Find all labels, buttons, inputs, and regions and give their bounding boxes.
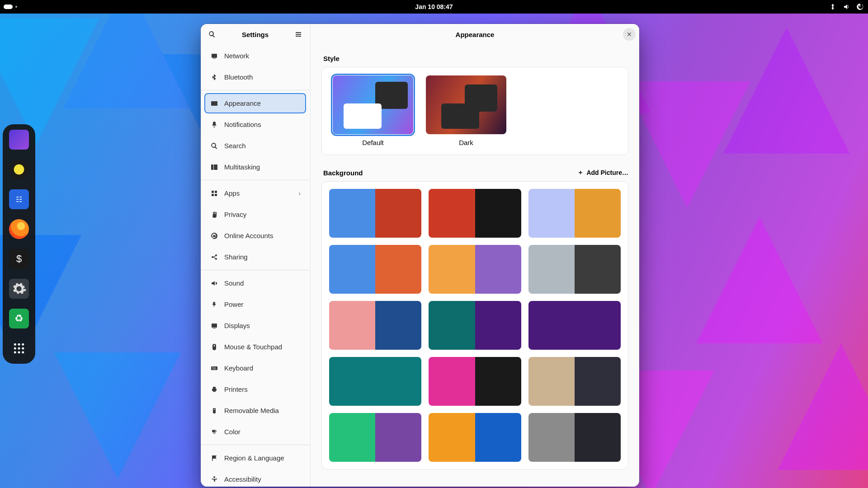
clock[interactable]: Jan 10 08:47: [415, 3, 453, 10]
sidebar-menu-button[interactable]: [291, 27, 306, 42]
sidebar-item-appearance[interactable]: Appearance: [204, 93, 306, 113]
background-tile[interactable]: [429, 413, 521, 462]
sidebar-item-label: Online Accounts: [224, 232, 273, 239]
sidebar-title: Settings: [223, 31, 287, 38]
svg-rect-29: [215, 367, 216, 368]
sidebar-item-region[interactable]: Region & Language: [204, 448, 306, 468]
sidebar-item-bluetooth[interactable]: Bluetooth: [204, 67, 306, 87]
background-tile[interactable]: [528, 301, 621, 350]
background-tile[interactable]: [429, 301, 521, 350]
sidebar-item-network[interactable]: Network: [204, 46, 306, 66]
sidebar-item-color[interactable]: Color: [204, 422, 306, 442]
dock-app-rhythmbox[interactable]: [9, 160, 29, 179]
style-card: DefaultDark: [321, 67, 628, 155]
system-status-area[interactable]: [829, 3, 863, 10]
sidebar-item-online[interactable]: Online Accounts: [204, 225, 306, 246]
background-tile[interactable]: [429, 357, 521, 406]
dock-app-show-apps[interactable]: [9, 338, 29, 358]
settings-sidebar: Settings NetworkBluetoothAppearanceNotif…: [201, 24, 310, 487]
sidebar-item-notifications[interactable]: Notifications: [204, 114, 306, 135]
sidebar-item-accessibility[interactable]: Accessibility: [204, 469, 306, 487]
svg-point-0: [14, 343, 16, 346]
background-tile[interactable]: [329, 189, 421, 238]
style-option-dark[interactable]: Dark: [426, 75, 506, 146]
svg-point-3: [14, 347, 16, 350]
flag-icon: [211, 455, 218, 462]
sidebar-item-label: Bluetooth: [224, 73, 253, 81]
style-option-default[interactable]: Default: [333, 75, 413, 146]
background-tile[interactable]: [528, 357, 621, 406]
background-tile[interactable]: [528, 413, 621, 462]
sidebar-item-displays[interactable]: Displays: [204, 315, 306, 336]
sidebar-item-label: Color: [224, 428, 241, 436]
mouse-icon: [211, 343, 218, 351]
sidebar-item-label: Network: [224, 52, 249, 60]
background-tile[interactable]: [329, 301, 421, 350]
sidebar-item-keyboard[interactable]: Keyboard: [204, 358, 306, 378]
background-tile[interactable]: [528, 189, 621, 238]
content-body[interactable]: Style DefaultDark Background ＋ Add Pictu…: [311, 45, 639, 487]
workspace-dot-icon: [15, 6, 17, 8]
sidebar-header: Settings: [201, 24, 310, 45]
sidebar-item-apps[interactable]: Apps›: [204, 183, 306, 203]
background-tile[interactable]: [429, 189, 521, 238]
background-tile[interactable]: [528, 245, 621, 294]
sidebar-search-button[interactable]: [204, 27, 220, 42]
search-icon: [211, 142, 218, 150]
svg-rect-35: [214, 409, 215, 410]
close-icon: ✕: [627, 31, 632, 38]
sidebar-item-removable[interactable]: Removable Media: [204, 400, 306, 421]
grid-icon: [211, 190, 218, 197]
background-grid: [321, 181, 628, 469]
sidebar-item-multitasking[interactable]: Multitasking: [204, 157, 306, 177]
svg-rect-11: [211, 101, 217, 106]
add-picture-button[interactable]: ＋ Add Picture…: [577, 169, 628, 177]
sidebar-item-privacy[interactable]: Privacy: [204, 204, 306, 225]
svg-rect-15: [212, 191, 214, 193]
settings-content: Appearance ✕ Style DefaultDark Backgroun…: [310, 24, 639, 487]
keyboard-icon: [211, 365, 218, 372]
chevron-right-icon: ›: [298, 190, 301, 197]
background-tile[interactable]: [329, 357, 421, 406]
sidebar-item-sound[interactable]: Sound: [204, 273, 306, 293]
hand-icon: [211, 211, 218, 218]
style-thumb: [333, 75, 413, 134]
svg-rect-10: [213, 58, 216, 59]
sidebar-item-label: Search: [224, 142, 246, 150]
background-tile[interactable]: [429, 245, 521, 294]
dock-app-utility[interactable]: ☷: [9, 189, 29, 209]
media-icon: [211, 407, 218, 414]
background-tile[interactable]: [329, 413, 421, 462]
sidebar-item-power[interactable]: Power: [204, 294, 306, 314]
multitask-icon: [211, 164, 218, 171]
style-thumb: [426, 75, 506, 134]
svg-point-7: [18, 351, 20, 353]
svg-rect-16: [215, 191, 217, 193]
sidebar-item-sharing[interactable]: Sharing: [204, 247, 306, 267]
bell-icon: [211, 121, 218, 128]
bluetooth-icon: [211, 74, 218, 81]
dock-app-settings[interactable]: [9, 279, 29, 299]
volume-icon: [843, 3, 850, 10]
svg-point-8: [22, 351, 24, 353]
dash-dock: ☷$♻: [3, 124, 35, 364]
content-header: Appearance ✕: [311, 24, 639, 45]
speaker-icon: [211, 280, 218, 287]
dock-app-terminal[interactable]: $: [9, 249, 29, 269]
svg-rect-9: [212, 54, 217, 58]
svg-point-38: [213, 432, 216, 434]
dock-app-graphics[interactable]: [9, 130, 29, 150]
content-title: Appearance: [311, 31, 639, 38]
sidebar-item-label: Accessibility: [224, 475, 261, 483]
sidebar-item-search[interactable]: Search: [204, 136, 306, 156]
sidebar-item-printers[interactable]: Printers: [204, 379, 306, 399]
window-close-button[interactable]: ✕: [623, 28, 636, 41]
background-tile[interactable]: [329, 245, 421, 294]
dock-app-firefox[interactable]: [9, 219, 29, 239]
svg-rect-34: [213, 408, 216, 413]
dock-app-trash[interactable]: ♻: [9, 309, 29, 328]
access-icon: [211, 476, 218, 483]
sidebar-item-mouse[interactable]: Mouse & Touchpad: [204, 337, 306, 357]
activities-button[interactable]: [4, 5, 17, 9]
top-bar: Jan 10 08:47: [0, 0, 868, 14]
